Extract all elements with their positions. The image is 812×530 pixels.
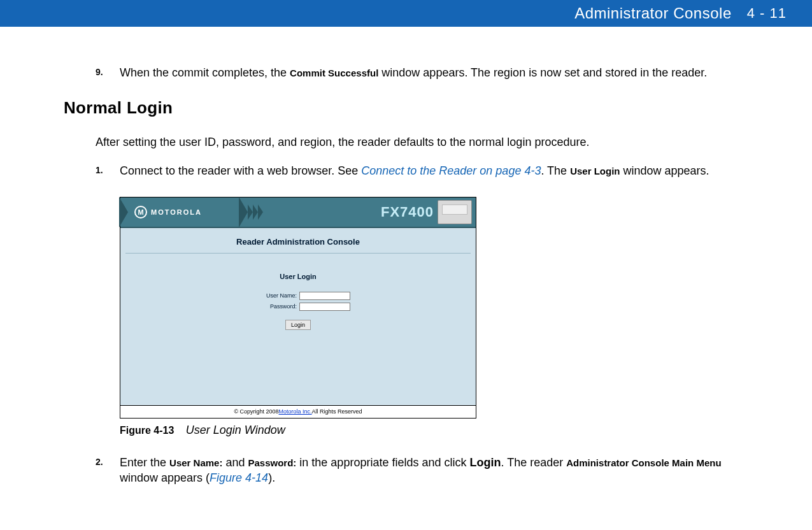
step-text: Enter the User Name: and Password: in th… [120,455,736,486]
password-input[interactable] [299,303,350,311]
step-number: 2. [96,455,120,486]
chevron-icon [248,204,253,220]
motorola-logo-text: MOTOROLA [151,208,202,216]
motorola-logo: M MOTOROLA [134,206,202,218]
motorola-link[interactable]: Motorola Inc. [279,408,312,415]
chevron-icon [119,197,128,227]
ui-term-admin-console-main-menu: Administrator Console Main Menu [566,457,721,468]
screenshot-topbar: M MOTOROLA FX7400 [120,197,476,228]
screenshot-figure: M MOTOROLA FX7400 Reader Administration … [120,197,736,419]
header-title: Administrator Console [574,4,732,22]
header-page-number: 4 - 11 [747,5,787,22]
motorola-logo-icon: M [134,206,147,218]
ui-term-user-name: User Name: [169,457,222,468]
page-header: Administrator Console 4 - 11 [0,0,812,27]
console-title: Reader Administration Console [120,237,476,247]
chevron-icon [239,197,248,227]
step-text: When the commit completes, the Commit Su… [120,65,707,80]
screenshot-body: Reader Administration Console User Login… [120,228,476,405]
screenshot-footer: © Copyright 2008 Motorola Inc. All Right… [120,405,476,418]
step-2: 2. Enter the User Name: and Password: in… [96,455,736,486]
step-9: 9. When the commit completes, the Commit… [96,65,736,80]
page-content: 9. When the commit completes, the Commit… [0,27,812,485]
login-form-title: User Login [120,273,476,280]
chevron-icon [258,204,263,220]
step-1: 1. Connect to the reader with a web brow… [96,163,736,178]
password-label: Password: [246,303,297,310]
username-label: User Name: [246,292,297,299]
section-heading-normal-login: Normal Login [64,98,736,118]
username-input[interactable] [299,292,350,300]
screenshot-user-login-window: M MOTOROLA FX7400 Reader Administration … [120,197,476,419]
ui-term-password: Password: [248,457,296,468]
login-button[interactable]: Login [285,320,311,330]
chevron-icon [253,204,258,220]
divider [125,253,471,254]
password-row: Password: [120,303,476,311]
figure-caption: Figure 4-13 User Login Window [120,424,736,437]
ui-term-user-login: User Login [570,166,620,176]
ui-term-commit-successful: Commit Successful [290,68,378,78]
username-row: User Name: [120,292,476,300]
step-number: 1. [96,163,120,178]
bold-login: Login [469,456,501,469]
step-number: 9. [96,65,120,80]
device-image [438,200,472,224]
figure-title: User Login Window [186,424,285,436]
figure-label: Figure 4-13 [120,425,174,436]
cross-reference-link[interactable]: Connect to the Reader on page 4-3 [361,164,541,177]
decorative-chevrons [240,197,263,227]
step-text: Connect to the reader with a web browser… [120,163,709,178]
section-intro: After setting the user ID, password, and… [96,136,736,149]
product-model-label: FX7400 [381,204,434,220]
cross-reference-link[interactable]: Figure 4-14 [210,471,268,484]
